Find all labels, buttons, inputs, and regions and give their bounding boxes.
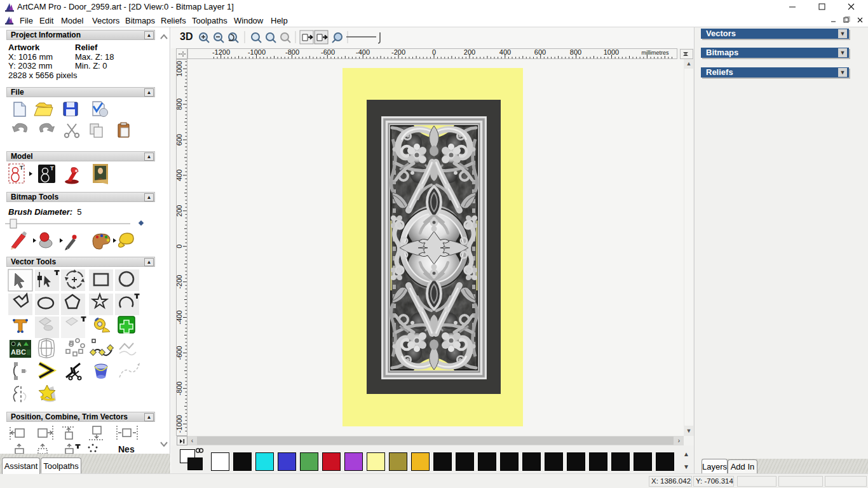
svg-text:ABC: ABC: [11, 348, 26, 356]
svg-text:600: 600: [177, 134, 183, 146]
svg-text:1000: 1000: [177, 61, 183, 76]
svg-text:-800: -800: [177, 381, 183, 395]
svg-text:800: 800: [570, 49, 581, 56]
svg-text:-800: -800: [285, 49, 299, 56]
svg-text:millimetres: millimetres: [641, 50, 669, 56]
svg-text:T: T: [20, 165, 24, 171]
svg-text:400: 400: [177, 170, 183, 181]
svg-text:Nes: Nes: [118, 444, 135, 454]
svg-text:T: T: [50, 165, 54, 172]
svg-text:200: 200: [177, 205, 183, 217]
svg-text:-200: -200: [177, 275, 183, 289]
svg-text:-600: -600: [321, 49, 335, 56]
svg-text:800: 800: [177, 98, 183, 110]
svg-text:A: A: [17, 341, 22, 348]
svg-text:-600: -600: [177, 346, 183, 360]
svg-text:600: 600: [534, 49, 546, 56]
svg-text:-1000: -1000: [177, 415, 183, 433]
svg-text:-400: -400: [177, 310, 183, 324]
svg-text:0: 0: [177, 245, 183, 248]
